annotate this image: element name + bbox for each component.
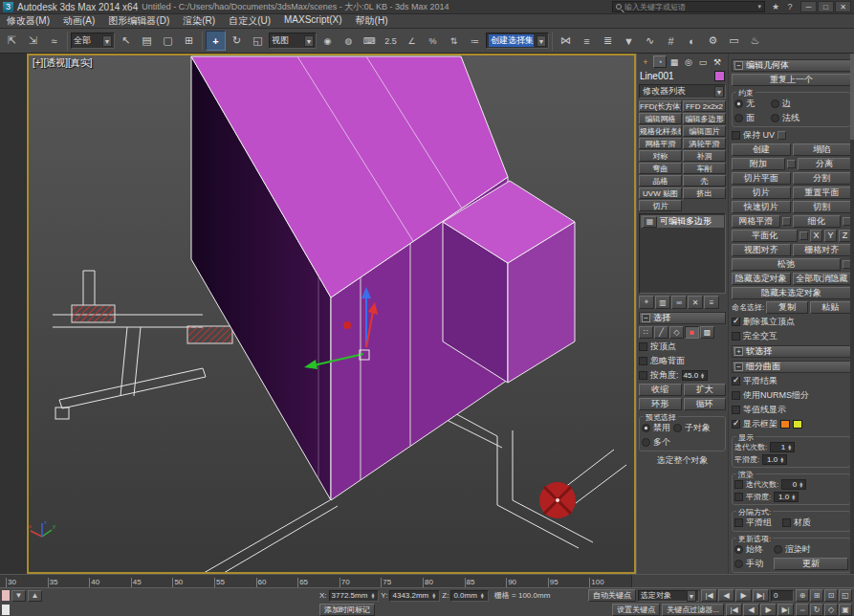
tab-modify[interactable]: ◔ <box>653 55 667 68</box>
full-interactivity-row[interactable]: 完全交互 <box>732 330 851 342</box>
viewport-canvas[interactable]: x y z <box>29 55 634 572</box>
maximize-viewport-toggle-icon[interactable]: ▣ <box>839 604 852 616</box>
modifier-button[interactable]: 壳 <box>683 175 726 187</box>
modifier-button[interactable]: 网格平滑 <box>639 138 682 149</box>
cut-button[interactable]: 切割 <box>793 201 852 213</box>
previous-frame-button[interactable]: ◀ <box>718 589 734 602</box>
by-angle-row[interactable]: 按角度: 45.0 <box>639 369 726 382</box>
render-smoothness-field[interactable]: 1.0 <box>774 492 799 502</box>
render-iterations-checkbox[interactable] <box>734 480 743 489</box>
preserve-uv-row[interactable]: 保持 UV <box>732 129 851 142</box>
go-to-start-button[interactable]: |◀ <box>726 604 742 616</box>
y-coordinate-field[interactable]: 4343.2mm <box>389 590 440 602</box>
full-interactivity-checkbox[interactable] <box>732 332 740 341</box>
spinner-snap-icon[interactable]: ⇅ <box>444 31 464 51</box>
tab-utilities[interactable]: ⚒ <box>711 55 724 68</box>
play-button[interactable]: ▶ <box>760 604 777 616</box>
hide-unselected-button[interactable]: 隐藏未选定对象 <box>732 287 851 299</box>
paste-button[interactable]: 粘贴 <box>810 301 851 314</box>
modifier-button[interactable]: 补洞 <box>683 150 726 162</box>
modifier-button[interactable]: 对称 <box>639 150 682 162</box>
preview-multiple-radio[interactable] <box>642 438 650 447</box>
edit-named-selection-sets-icon[interactable]: ≔ <box>465 31 485 51</box>
perspective-viewport[interactable]: [+][透视][真实] <box>27 54 636 574</box>
spinner-icon[interactable] <box>790 495 797 500</box>
use-pivot-center-icon[interactable]: ◉ <box>318 31 338 51</box>
collapse-button[interactable]: 塌陷 <box>793 143 852 156</box>
select-by-name-icon[interactable]: ▤ <box>137 31 157 51</box>
pin-stack-icon[interactable]: ⌖ <box>639 296 654 309</box>
selection-filter-dropdown[interactable]: 全部▼ <box>71 33 115 49</box>
modifier-button[interactable]: FFD 2x2x2 <box>683 100 726 112</box>
cage-selected-color-swatch[interactable] <box>793 420 802 429</box>
update-manually-radio[interactable] <box>734 560 743 568</box>
materials-checkbox[interactable] <box>782 518 791 527</box>
unhide-all-button[interactable]: 全部取消隐藏 <box>793 273 852 285</box>
grow-button[interactable]: 扩大 <box>684 384 727 396</box>
show-end-result-icon[interactable]: ▥ <box>655 296 670 309</box>
delete-isolated-row[interactable]: 删除孤立顶点 <box>732 316 851 328</box>
modifier-button[interactable]: FFD(长方体) <box>639 100 682 112</box>
polygon-subobject-icon[interactable]: ■ <box>685 326 699 339</box>
select-and-move-button[interactable]: + <box>206 31 226 51</box>
attach-settings-button[interactable] <box>787 160 796 168</box>
zoom-all-icon[interactable]: ⊞ <box>810 589 823 602</box>
rollout-selection[interactable]: − 选择 <box>639 312 726 324</box>
update-when-rendering-radio[interactable] <box>774 545 782 554</box>
scene-object[interactable] <box>191 56 575 500</box>
spinner-icon[interactable] <box>699 373 706 379</box>
menu-item[interactable]: 自定义(U) <box>222 14 277 28</box>
by-vertex-checkbox[interactable] <box>639 342 647 351</box>
maxscript-listener-pink[interactable] <box>2 590 10 601</box>
spinner-icon[interactable] <box>786 445 793 451</box>
tab-display[interactable]: ▭ <box>696 55 710 68</box>
zoom-region-icon[interactable]: ◱ <box>839 589 852 602</box>
spinner-icon[interactable] <box>778 457 785 463</box>
element-subobject-icon[interactable]: ▩ <box>700 326 714 339</box>
view-align-button[interactable]: 视图对齐 <box>732 244 791 256</box>
ignore-backfacing-row[interactable]: 忽略背面 <box>639 355 726 367</box>
copy-button[interactable]: 复制 <box>766 301 807 314</box>
vertex-subobject-icon[interactable]: ∷ <box>639 326 653 339</box>
smooth-result-row[interactable]: 平滑结果 <box>732 375 851 387</box>
rectangular-region-icon[interactable]: ▢ <box>158 31 178 51</box>
z-coordinate-field[interactable]: 0.0mm <box>450 590 488 602</box>
search-input[interactable]: 输入关键字或短语 ▾ <box>612 1 765 12</box>
shrink-button[interactable]: 收缩 <box>639 384 682 396</box>
close-button[interactable]: ✕ <box>835 1 851 12</box>
x-coordinate-field[interactable]: 3772.5mm <box>329 590 380 602</box>
help-icon[interactable]: ? <box>783 2 797 11</box>
panel-scrollbar[interactable] <box>850 54 854 574</box>
previous-frame-button[interactable]: ◀ <box>743 604 759 616</box>
new-key-filter-dropdown[interactable]: 选定对象▼ <box>638 590 699 602</box>
rendered-frame-icon[interactable]: ▭ <box>724 31 744 51</box>
schematic-view-icon[interactable]: # <box>661 31 681 51</box>
maxscript-listener-white[interactable] <box>2 605 10 615</box>
make-unique-icon[interactable]: ∞ <box>671 296 687 309</box>
delete-isolated-checkbox[interactable] <box>732 318 740 326</box>
loop-button[interactable]: 循环 <box>684 398 727 410</box>
zoom-icon[interactable]: ⊕ <box>796 589 809 602</box>
by-angle-checkbox[interactable] <box>639 371 647 380</box>
curve-editor-icon[interactable]: ∿ <box>640 31 660 51</box>
spinner-icon[interactable] <box>430 593 437 599</box>
play-button[interactable]: ▶ <box>735 589 752 602</box>
tab-create[interactable]: + <box>639 55 652 68</box>
render-production-icon[interactable]: ♨ <box>745 31 765 51</box>
modifier-button[interactable]: 车削 <box>683 163 726 174</box>
constraint-none-radio[interactable] <box>734 99 743 108</box>
menu-item[interactable]: 修改器(M) <box>0 14 56 28</box>
make-planar-button[interactable]: 平面化 <box>732 230 798 242</box>
go-to-end-button[interactable]: ▶| <box>777 604 794 616</box>
reset-plane-button[interactable]: 重置平面 <box>793 187 852 199</box>
menu-item[interactable]: 帮助(H) <box>349 14 395 28</box>
smooth-result-checkbox[interactable] <box>732 377 740 385</box>
relax-button[interactable]: 松弛 <box>732 258 841 271</box>
auto-key-button[interactable]: 自动关键点 <box>588 589 636 602</box>
select-and-link-icon[interactable]: ⇱ <box>2 31 22 51</box>
modifier-button[interactable]: 编辑多边形 <box>683 113 726 124</box>
rollout-soft-selection[interactable]: + 软选择 <box>732 345 851 358</box>
window-crossing-icon[interactable]: ⊞ <box>179 31 199 51</box>
iterations-field[interactable]: 1 <box>770 442 795 452</box>
rotate-icon[interactable]: ↻ <box>227 31 247 51</box>
